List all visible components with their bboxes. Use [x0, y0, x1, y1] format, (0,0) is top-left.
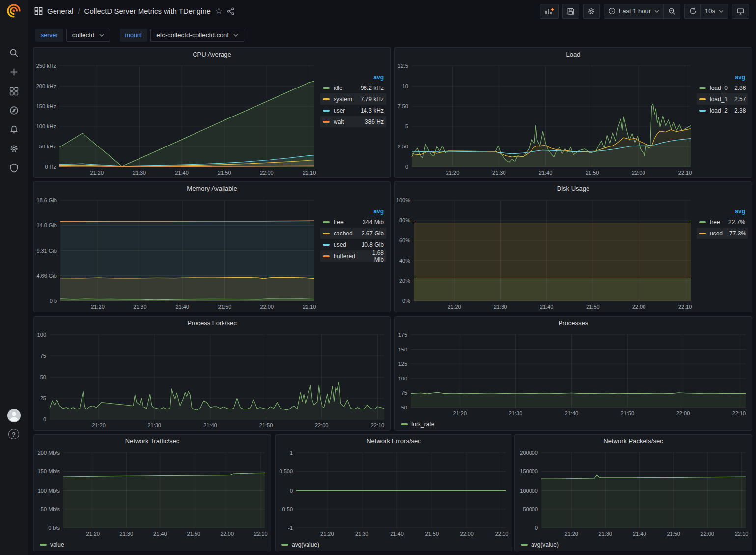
- save-dashboard-button[interactable]: [562, 4, 579, 19]
- svg-text:22:10: 22:10: [732, 410, 746, 416]
- svg-text:21:30: 21:30: [494, 304, 507, 310]
- variable-server-label: server: [35, 29, 63, 42]
- star-icon[interactable]: ☆: [215, 7, 223, 15]
- add-panel-button[interactable]: [540, 4, 559, 19]
- series-color-swatch: [323, 255, 330, 257]
- breadcrumb-folder[interactable]: General: [47, 7, 73, 15]
- panel-title[interactable]: Disk Usage: [395, 182, 752, 195]
- dashboard-grid-icon[interactable]: [34, 7, 43, 15]
- legend-item-used[interactable]: used77.3%: [697, 228, 748, 239]
- cycle-view-mode-button[interactable]: [732, 4, 749, 19]
- legend-avg-header[interactable]: avg: [320, 73, 386, 82]
- processes-chart[interactable]: 21:2021:3021:4021:5022:0022:105075100125…: [395, 330, 752, 418]
- svg-text:75: 75: [40, 353, 46, 359]
- panel-title[interactable]: Network Packets/sec: [515, 435, 752, 448]
- legend-item-free[interactable]: free22.7%: [697, 216, 748, 228]
- svg-text:21:40: 21:40: [390, 531, 404, 537]
- svg-text:21:50: 21:50: [187, 531, 201, 537]
- svg-text:50000: 50000: [523, 506, 538, 512]
- svg-text:100000: 100000: [520, 488, 538, 494]
- series-name: used: [710, 230, 723, 237]
- alerting-bell-icon[interactable]: [0, 120, 28, 139]
- add-icon[interactable]: [0, 62, 28, 82]
- legend-item-avg(value)[interactable]: avg(value): [521, 541, 559, 548]
- variable-mount-value-dropdown[interactable]: etc-collectd-collectd.conf: [150, 29, 244, 42]
- refresh-button[interactable]: [684, 4, 701, 19]
- legend-item-user[interactable]: user14.3 kHz: [320, 105, 386, 116]
- legend-item-value[interactable]: value: [40, 541, 64, 548]
- svg-text:50: 50: [401, 405, 407, 410]
- help-icon[interactable]: ?: [0, 429, 28, 439]
- series-name: user: [334, 107, 354, 114]
- svg-text:-0.50: -0.50: [280, 506, 293, 512]
- series-name: buffered: [334, 253, 355, 260]
- panel-processes: Processes 21:2021:3021:4021:5022:0022:10…: [394, 316, 752, 431]
- server-admin-shield-icon[interactable]: [0, 158, 28, 177]
- profile-avatar[interactable]: [0, 409, 28, 422]
- panel-title[interactable]: Load: [395, 48, 752, 61]
- panel-title[interactable]: CPU Average: [34, 48, 390, 61]
- network-traffic-chart[interactable]: 21:2021:3021:4021:5022:0022:100 b/s50 Mb…: [34, 448, 271, 539]
- legend-item-free[interactable]: free344 Mib: [320, 216, 386, 228]
- grafana-logo-icon[interactable]: [6, 3, 21, 18]
- legend-item-buffered[interactable]: buffered1.68 Mib: [320, 250, 386, 262]
- legend-item-load_1[interactable]: load_12.57: [697, 93, 748, 105]
- series-avg-value: 77.3%: [729, 230, 746, 237]
- panel-title[interactable]: Network Errors/sec: [276, 435, 512, 448]
- panel-title[interactable]: Process Fork/sec: [34, 317, 390, 330]
- legend-item-load_2[interactable]: load_22.38: [697, 105, 748, 116]
- variable-server-value-dropdown[interactable]: collectd: [66, 29, 110, 42]
- configuration-gear-icon[interactable]: [0, 139, 28, 158]
- svg-text:22:00: 22:00: [700, 531, 714, 537]
- dashboards-icon[interactable]: [0, 82, 28, 101]
- svg-text:21:30: 21:30: [598, 531, 612, 537]
- svg-text:21:20: 21:20: [453, 410, 467, 416]
- dashboard-settings-button[interactable]: [583, 4, 600, 19]
- series-name: fork_rate: [411, 421, 434, 428]
- disk-usage-chart[interactable]: 21:2021:3021:4021:5022:0022:100%20%40%60…: [395, 195, 697, 312]
- dashboard-title[interactable]: CollectD Server Metrics with TDengine: [84, 7, 211, 15]
- legend-item-cached[interactable]: cached3.67 Gib: [320, 228, 386, 239]
- legend-avg-header[interactable]: avg: [320, 207, 386, 216]
- chevron-down-icon: [233, 34, 238, 37]
- legend-item-load_0[interactable]: load_02.86: [697, 82, 748, 93]
- legend-item-fork_rate[interactable]: fork_rate: [401, 421, 434, 428]
- explore-compass-icon[interactable]: [0, 101, 28, 120]
- panel-title[interactable]: Network Traffic/sec: [34, 435, 271, 448]
- series-color-swatch: [323, 98, 330, 100]
- processes-legend: fork_rate: [395, 418, 752, 430]
- series-avg-value: 344 Mib: [363, 219, 384, 226]
- network-errors-chart[interactable]: 21:2021:3021:4021:5022:0022:10-1-0.5000.…: [276, 448, 512, 539]
- panel-title[interactable]: Memory Available: [34, 182, 390, 195]
- load-chart[interactable]: 21:2021:3021:4021:5022:0022:1002.5057.50…: [395, 61, 697, 177]
- network-packets-chart[interactable]: 21:2021:3021:4021:5022:0022:100500001000…: [515, 448, 752, 539]
- memory-available-chart[interactable]: 21:2021:3021:4021:5022:0022:100 b4.66 Gi…: [34, 195, 320, 312]
- svg-text:22:00: 22:00: [632, 304, 646, 310]
- panel-title[interactable]: Processes: [395, 317, 752, 330]
- cpu-average-chart[interactable]: 21:2021:3021:4021:5022:0022:100 Hz50 kHz…: [34, 61, 320, 177]
- process-fork-chart[interactable]: 21:2021:3021:4021:5022:0022:100255075100: [34, 330, 390, 430]
- svg-text:150 Mb/s: 150 Mb/s: [38, 468, 60, 474]
- legend-avg-header[interactable]: avg: [697, 73, 748, 82]
- share-icon[interactable]: [227, 7, 235, 15]
- svg-text:21:30: 21:30: [147, 422, 161, 428]
- series-color-swatch: [323, 110, 330, 112]
- refresh-interval-dropdown[interactable]: 10s: [701, 4, 728, 19]
- legend-item-avg(value)[interactable]: avg(value): [281, 541, 319, 548]
- disk-legend: avgfree22.7%used77.3%: [697, 195, 752, 312]
- legend-item-wait[interactable]: wait386 Hz: [320, 116, 386, 127]
- svg-text:40%: 40%: [399, 258, 410, 263]
- series-color-swatch: [323, 87, 330, 89]
- svg-text:21:50: 21:50: [259, 422, 273, 428]
- zoom-out-button[interactable]: [664, 4, 680, 19]
- refresh-group: 10s: [684, 4, 728, 19]
- search-icon[interactable]: [0, 43, 28, 62]
- legend-avg-header[interactable]: avg: [697, 207, 748, 216]
- time-picker-button[interactable]: Last 1 hour: [604, 4, 664, 19]
- svg-text:125: 125: [398, 361, 407, 367]
- series-avg-value: 2.86: [734, 85, 746, 91]
- svg-text:0 b/s: 0 b/s: [48, 525, 60, 531]
- svg-text:9.31 Gib: 9.31 Gib: [36, 248, 57, 254]
- legend-item-idle[interactable]: idle96.2 kHz: [320, 82, 386, 93]
- legend-item-system[interactable]: system7.79 kHz: [320, 93, 386, 105]
